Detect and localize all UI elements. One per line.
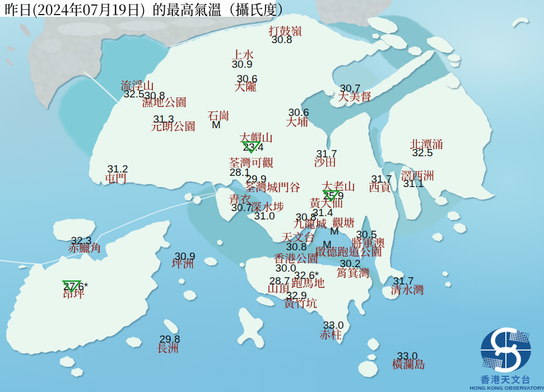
svg-text:32.9: 32.9 <box>286 290 307 301</box>
svg-text:31.1: 31.1 <box>403 178 424 189</box>
svg-text:30.9: 30.9 <box>232 58 253 70</box>
svg-text:32.5: 32.5 <box>124 88 145 100</box>
svg-text:30.6: 30.6 <box>237 73 258 85</box>
svg-text:33.0: 33.0 <box>397 350 418 362</box>
svg-text:30.0: 30.0 <box>276 262 296 274</box>
svg-text:31.2: 31.2 <box>108 163 128 175</box>
svg-text:32.6*: 32.6* <box>294 269 319 281</box>
svg-text:31.0: 31.0 <box>254 210 275 222</box>
svg-text:30.7: 30.7 <box>231 202 252 213</box>
svg-text:30.8: 30.8 <box>296 211 317 223</box>
svg-text:29.8: 29.8 <box>160 333 180 345</box>
svg-text:28.7: 28.7 <box>269 275 290 287</box>
svg-text:32.3: 32.3 <box>71 235 92 246</box>
svg-text:31.7: 31.7 <box>317 148 337 160</box>
svg-text:M: M <box>212 119 221 130</box>
svg-text:M: M <box>323 239 332 250</box>
svg-text:29.9: 29.9 <box>246 173 267 185</box>
svg-text:33.0: 33.0 <box>323 319 344 331</box>
svg-text:30.5: 30.5 <box>356 228 377 240</box>
svg-text:32.5: 32.5 <box>412 147 433 158</box>
svg-text:30.7: 30.7 <box>340 82 361 94</box>
svg-text:M: M <box>330 225 339 237</box>
svg-text:30.9: 30.9 <box>175 250 196 262</box>
svg-text:31.3: 31.3 <box>154 113 174 125</box>
svg-text:31.7: 31.7 <box>393 275 414 287</box>
svg-text:30.2: 30.2 <box>340 258 361 269</box>
svg-text:30.8: 30.8 <box>145 90 165 101</box>
svg-text:HONG KONG OBSERVATORY: HONG KONG OBSERVATORY <box>469 385 544 391</box>
svg-text:30.6: 30.6 <box>289 106 309 118</box>
svg-text:31.7: 31.7 <box>371 173 392 185</box>
svg-text:30.8: 30.8 <box>272 34 292 45</box>
svg-text:30.8: 30.8 <box>286 241 307 253</box>
